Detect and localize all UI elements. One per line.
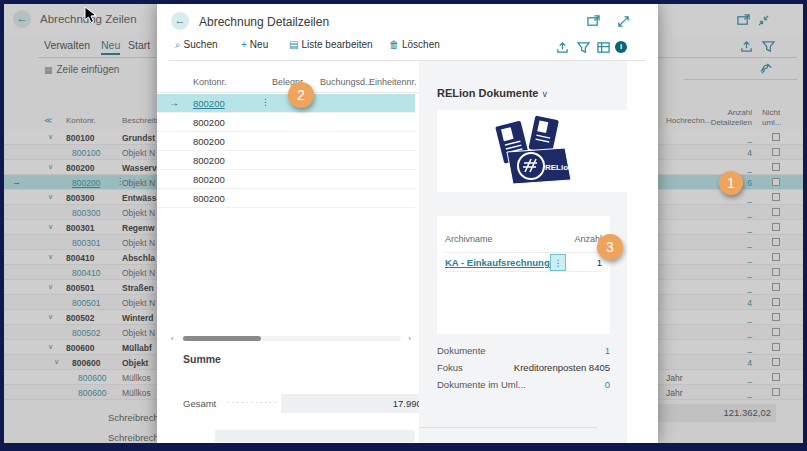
archive-row[interactable]: KA - Einkaufsrechnungen ⋮ 1 [445, 252, 602, 272]
col-archivname[interactable]: Archivname [445, 234, 493, 244]
factbox-field: Dokumente1 [437, 343, 610, 360]
edit-list-icon: ▤ [289, 39, 298, 50]
relion-logo-card: RELion [437, 110, 627, 192]
row-options-icon[interactable]: ⋮ [261, 97, 270, 107]
archive-count: 1 [597, 257, 602, 268]
details-pane-icon[interactable]: i [615, 41, 627, 53]
field-label: Dokumente im Uml... [437, 379, 526, 390]
kontonr-cell[interactable]: 800200 [193, 155, 225, 166]
row-options-icon[interactable]: ⋮ [550, 254, 566, 271]
annotation-badge-3: 3 [597, 234, 623, 260]
app-content: ← Abrechnung Zeilen Verwalten Neu Start … [4, 4, 803, 443]
field-value[interactable]: 0 [605, 379, 610, 390]
modal-expand-icon[interactable] [617, 14, 630, 27]
divider [419, 427, 597, 428]
scrollbar-thumb[interactable] [183, 336, 261, 341]
horizontal-scrollbar[interactable]: ‹ › [171, 334, 411, 343]
gesamt-label: Gesamt [183, 398, 216, 409]
archive-card: Archivname Anzahl KA - Einkaufsrechnunge… [437, 216, 610, 334]
factbox-field: FokusKreditorenposten 8405 [437, 360, 610, 377]
detail-table-row[interactable]: 800200 [157, 170, 415, 189]
detail-dialog: ← Abrechnung Detailzeilen ⌕Suchen +Neu ▤… [157, 4, 658, 443]
svg-text:RELion: RELion [545, 163, 573, 172]
modal-filter-icon[interactable] [577, 40, 590, 53]
kontonr-cell[interactable]: 800200 [193, 174, 225, 185]
factbox-pane: RELion Dokumente∨ [419, 61, 627, 443]
selected-row-arrow: → [169, 97, 179, 108]
search-icon: ⌕ [175, 39, 181, 50]
scroll-right-icon[interactable]: › [408, 334, 411, 343]
summe-heading: Summe [183, 353, 221, 365]
delete-action[interactable]: 🗑Löschen [389, 39, 440, 50]
gesamt-value: 17.990,67 [281, 394, 441, 413]
field-value[interactable]: 1 [605, 345, 610, 356]
detail-table-row[interactable]: 800200 [157, 132, 415, 151]
archive-name-link[interactable]: KA - Einkaufsrechnungen [445, 257, 561, 268]
chevron-down-icon: ∨ [541, 89, 548, 99]
screenshot-frame: ← Abrechnung Zeilen Verwalten Neu Start … [0, 0, 807, 451]
scroll-left-icon[interactable]: ‹ [171, 334, 174, 343]
detail-table-row[interactable]: 800200 [157, 151, 415, 170]
relion-logo: RELion [487, 114, 579, 188]
col-kontonr[interactable]: Kontonr. [193, 77, 227, 87]
trash-icon: 🗑 [389, 39, 399, 50]
modal-share-icon[interactable] [556, 40, 569, 53]
next-field-partial [215, 430, 415, 442]
search-action[interactable]: ⌕Suchen [175, 39, 218, 51]
modal-open-in-window-icon[interactable] [587, 14, 600, 27]
layout-options-icon[interactable] [597, 40, 610, 53]
detail-table-row[interactable]: 800200 [157, 113, 415, 132]
kontonr-cell[interactable]: 800200 [193, 136, 225, 147]
annotation-badge-1: 1 [719, 171, 743, 195]
modal-toolbar: ⌕Suchen +Neu ▤Liste bearbeiten 🗑Löschen [157, 36, 658, 58]
col-buchungsdatum[interactable]: Buchungsd... [320, 77, 373, 87]
annotation-badge-2: 2 [288, 82, 314, 108]
detail-table-row[interactable]: →800200⋮ [157, 94, 415, 113]
modal-back-button[interactable]: ← [171, 12, 189, 30]
factbox-title[interactable]: RELion Dokumente∨ [437, 87, 548, 99]
field-label: Fokus [437, 362, 463, 373]
factbox-field: Dokumente im Uml...0 [437, 377, 610, 394]
col-einheitennr[interactable]: Einheitennr. [369, 77, 417, 87]
mouse-cursor [84, 6, 98, 24]
kontonr-cell[interactable]: 800200 [193, 117, 225, 128]
archive-table-header: Archivname Anzahl [445, 234, 602, 244]
modal-table: →800200⋮800200800200800200800200800200 [157, 94, 415, 208]
field-label: Dokumente [437, 345, 486, 356]
field-value: Kreditorenposten 8405 [514, 362, 610, 373]
new-action[interactable]: +Neu [241, 39, 268, 50]
edit-list-action[interactable]: ▤Liste bearbeiten [289, 39, 373, 50]
detail-table-row[interactable]: 800200 [157, 189, 415, 208]
factbox-fields: Dokumente1FokusKreditorenposten 8405Doku… [437, 343, 610, 394]
modal-title: Abrechnung Detailzeilen [199, 15, 329, 29]
modal-list-pane: Kontonr. Belegnr. Buchungsd... Einheiten… [157, 61, 419, 443]
kontonr-cell[interactable]: 800200 [193, 98, 225, 109]
plus-icon: + [241, 39, 247, 50]
gesamt-row: Gesamt ·················· 17.990,67 [183, 394, 415, 414]
kontonr-cell[interactable]: 800200 [193, 193, 225, 204]
